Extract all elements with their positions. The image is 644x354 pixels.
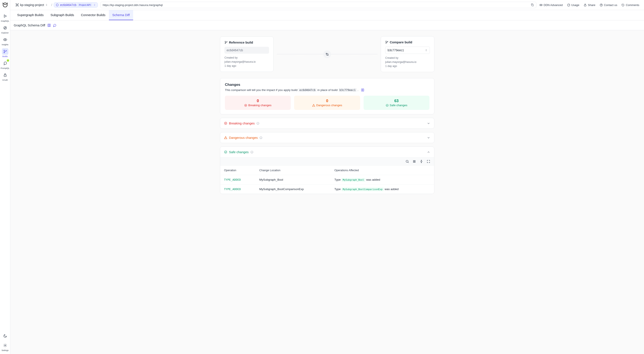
svg-point-6: [4, 39, 6, 40]
section-dangerous[interactable]: Dangerous changes: [220, 132, 434, 143]
share-link[interactable]: Share: [582, 3, 596, 8]
comments-link[interactable]: Comments: [620, 3, 640, 8]
hub-icon: [16, 3, 19, 7]
usage-link[interactable]: Usage: [566, 3, 581, 8]
table-toolbar: [220, 157, 434, 165]
section-breaking[interactable]: Breaking changes: [220, 118, 434, 129]
branch-icon: [3, 50, 7, 54]
svg-point-36: [406, 160, 408, 162]
svg-marker-5: [4, 27, 6, 29]
help-icon: [600, 4, 603, 7]
alert-icon: [312, 104, 315, 107]
sidebar-item-explorer[interactable]: Explorer: [1, 23, 10, 35]
logo[interactable]: [2, 2, 8, 8]
eye-icon: [3, 38, 7, 42]
check-circle-icon: [224, 150, 227, 154]
svg-point-9: [6, 51, 6, 51]
svg-point-1: [4, 4, 4, 5]
svg-point-7: [4, 50, 4, 51]
chevron-updown-icon: [93, 4, 96, 6]
svg-point-21: [225, 41, 226, 42]
docs-icon[interactable]: [361, 88, 364, 92]
branch-icon: [224, 41, 228, 44]
compare-build-select[interactable]: b3c779eec1: [385, 47, 430, 54]
changes-summary: Changes This comparison will tell you th…: [220, 78, 434, 114]
chevron-up-icon: [427, 150, 430, 154]
play-icon: [3, 14, 7, 18]
svg-point-26: [386, 41, 386, 42]
changes-table: Operation Change Location Operations Aff…: [220, 165, 434, 194]
svg-rect-17: [532, 5, 534, 6]
topbar: kp-staging-project / ec6d4647cb Project …: [10, 0, 644, 10]
svg-rect-19: [584, 5, 586, 6]
copy-icon[interactable]: [530, 3, 534, 7]
fullscreen-icon[interactable]: [426, 160, 430, 163]
svg-point-2: [6, 4, 6, 5]
crown-icon: [540, 4, 542, 7]
subheader: GraphQL Schema Diff: [10, 20, 644, 30]
chat-icon-btn[interactable]: [53, 24, 56, 27]
check-circle-icon: [386, 104, 389, 107]
reference-build-card: Reference build ec6d4647cb Created by ju…: [220, 37, 274, 72]
share-icon: [584, 4, 587, 7]
svg-point-4: [4, 26, 7, 29]
alert-icon: [224, 136, 227, 139]
density-icon[interactable]: [420, 160, 423, 163]
compare-build-card: Compare build b3c779eec1 Created by juli…: [381, 36, 434, 72]
sidebar-item-builds[interactable]: Builds: [1, 47, 10, 58]
build-selector[interactable]: ec6d4647cb Project API: [54, 2, 98, 8]
branch-icon: [385, 41, 388, 44]
info-icon[interactable]: [260, 136, 262, 139]
info-icon[interactable]: [256, 122, 260, 125]
table-row: TYPE_ADDED MySubgraph_BoolComparisonExp …: [220, 185, 434, 194]
compass-icon: [3, 26, 7, 30]
url-box: [100, 2, 536, 8]
info-icon[interactable]: [250, 151, 254, 154]
svg-point-34: [224, 151, 227, 153]
ddn-advanced-link[interactable]: DDN Advanced: [538, 3, 564, 8]
gear-icon: [3, 343, 7, 347]
contact-link[interactable]: Contact us: [598, 3, 618, 8]
section-safe[interactable]: Safe changes: [220, 147, 434, 157]
svg-point-22: [225, 43, 226, 44]
stat-dangerous[interactable]: 0 Dangerous changes: [294, 96, 360, 110]
sidebar-item-oauth[interactable]: OAuth: [1, 70, 10, 82]
svg-point-27: [386, 43, 386, 44]
chat-icon: [3, 61, 7, 65]
docs-icon[interactable]: [48, 24, 51, 27]
svg-point-14: [18, 4, 18, 4]
tab-connector[interactable]: Connector Builds: [78, 10, 109, 20]
stat-safe[interactable]: 63 Safe changes: [364, 96, 430, 110]
chevron-updown-icon: [45, 4, 48, 6]
search-icon[interactable]: [406, 160, 409, 163]
stat-breaking[interactable]: 0 Breaking changes: [225, 96, 291, 110]
svg-point-23: [226, 42, 227, 42]
x-circle-icon: [244, 104, 247, 107]
sidebar-item-settings[interactable]: Settings: [1, 340, 10, 352]
project-selector[interactable]: kp-staging-project: [14, 2, 50, 8]
list-icon[interactable]: [412, 160, 416, 163]
gauge-icon: [567, 4, 570, 7]
page-title: GraphQL Schema Diff: [14, 23, 45, 27]
chevron-down-icon: [427, 122, 430, 125]
svg-point-30: [386, 104, 388, 107]
chevron-down-icon: [427, 136, 430, 139]
svg-point-25: [328, 55, 328, 55]
sidebar-item-graphiql[interactable]: GraphiQL: [1, 11, 10, 23]
tab-schema-diff[interactable]: Schema Diff: [109, 10, 133, 20]
sidebar-item-insights[interactable]: Insights: [1, 35, 10, 47]
sidebar-item-promptql[interactable]: PromptQL: [1, 58, 10, 70]
tabs: Supergraph Builds Subgraph Builds Connec…: [10, 10, 644, 20]
svg-point-15: [16, 6, 16, 6]
svg-point-0: [3, 3, 7, 7]
x-circle-icon: [224, 122, 227, 125]
svg-point-24: [326, 53, 327, 54]
svg-point-16: [18, 6, 18, 6]
sidebar-item-theme[interactable]: [1, 331, 10, 340]
chevron-updown-icon: [425, 49, 428, 52]
tab-subgraph[interactable]: Subgraph Builds: [47, 10, 78, 20]
tab-supergraph[interactable]: Supergraph Builds: [14, 10, 47, 20]
svg-point-8: [4, 52, 4, 53]
url-input[interactable]: [103, 4, 529, 7]
svg-rect-10: [4, 75, 6, 77]
